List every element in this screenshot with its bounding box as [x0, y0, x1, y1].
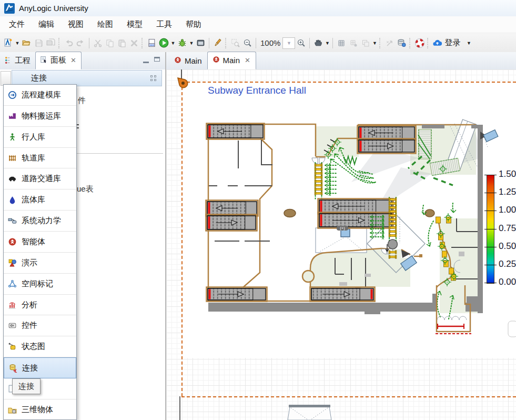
turnstile: [315, 187, 322, 191]
escalator: [310, 287, 375, 302]
palette-menu-item-rail[interactable]: 轨道库: [4, 148, 76, 169]
cloud-login-button[interactable]: 登录: [431, 38, 461, 48]
presentation-icon: [8, 258, 17, 267]
run-options-button[interactable]: ▼: [170, 41, 176, 46]
zoom-out-button[interactable]: [241, 37, 254, 49]
toolbar-separator: [225, 38, 228, 48]
undo-button[interactable]: [63, 37, 75, 49]
zoom-in-button[interactable]: [295, 37, 307, 49]
palette-collapse-button[interactable]: [1, 71, 11, 86]
paste-button[interactable]: [116, 37, 128, 49]
anylogic-logo-icon: [4, 3, 15, 14]
palette-menu-item-road-traffic[interactable]: 道路交通库: [4, 168, 76, 189]
turnstile: [315, 184, 322, 187]
toolbar-separator: [409, 38, 412, 48]
left-panel: 工程 面板 ✕ 连接 件 ue表: [0, 52, 166, 420]
palette-menu-item-material-handling[interactable]: 物料搬运库: [4, 106, 76, 127]
new-model-options-button[interactable]: ▼: [14, 41, 21, 46]
palette-menu-item-objects-3d[interactable]: 三维物体: [4, 399, 76, 420]
editor-tab-label: Main: [185, 56, 202, 65]
disconnect-button[interactable]: [383, 37, 396, 49]
editor-tab-main-1[interactable]: Main: [169, 53, 207, 69]
debug-button[interactable]: [176, 37, 188, 49]
controls-icon: [8, 321, 17, 330]
minimize-panel-icon[interactable]: [143, 57, 149, 63]
palette-menu-item-controls[interactable]: 控件: [4, 315, 76, 336]
redo-button[interactable]: [75, 37, 87, 49]
new-model-button[interactable]: [2, 37, 14, 49]
turnstile: [389, 206, 397, 209]
legend-tick-label: 1.25: [499, 187, 516, 197]
build-button[interactable]: [146, 37, 158, 49]
pedestrian-marker: [382, 235, 385, 239]
turnstile: [389, 234, 397, 237]
analysis-icon: [8, 301, 17, 309]
turnstile: [315, 179, 322, 183]
layout-grid-icon[interactable]: [150, 75, 157, 82]
palette-menu-item-pedestrian[interactable]: 行人库: [4, 127, 76, 148]
help-button[interactable]: [413, 37, 426, 49]
pedestrian-marker: [329, 167, 331, 172]
turnstile: [389, 222, 397, 225]
tab-close-icon[interactable]: ✕: [245, 56, 250, 64]
run-button[interactable]: [158, 37, 170, 49]
menu-item-1[interactable]: 编辑: [32, 17, 61, 32]
zoom-level-dropdown[interactable]: ▼: [282, 37, 295, 49]
menu-item-4[interactable]: 模型: [120, 17, 149, 32]
currency-button[interactable]: [396, 37, 408, 49]
palette-menu-item-agent[interactable]: 智能体: [4, 232, 76, 253]
debug-options-button[interactable]: ▼: [188, 41, 195, 46]
presentation-screen-button[interactable]: [195, 37, 207, 49]
escalator: [207, 287, 267, 302]
editor-tab-main-2[interactable]: Main ✕: [207, 52, 256, 69]
editor-tab-label: Main: [223, 56, 240, 65]
palette-item-fragment: ue表: [77, 184, 94, 194]
menu-item-5[interactable]: 工具: [149, 17, 179, 32]
save-all-button[interactable]: [45, 37, 57, 49]
palette-menu-item-presentation[interactable]: 演示: [4, 253, 76, 274]
legend-tick-label: 1.00: [499, 205, 516, 215]
pan-button[interactable]: [312, 37, 324, 49]
copy-button[interactable]: [104, 37, 116, 49]
toolbar: ▼ ▼ ▼ 100% ▼ ▼ ▼ 登录 ▼: [0, 33, 516, 53]
palette-menu-item-connectivity[interactable]: 连接: [4, 357, 76, 378]
pedestrian-marker: [329, 179, 331, 184]
tab-projects[interactable]: 工程: [0, 53, 35, 69]
pan-options-button[interactable]: ▼: [324, 41, 330, 46]
turnstile: [389, 198, 397, 201]
agent-icon: [174, 56, 181, 65]
menu-item-2[interactable]: 视图: [61, 17, 90, 32]
palette-menu-item-space-markup[interactable]: 空间标记: [4, 274, 76, 295]
tab-palette[interactable]: 面板 ✕: [35, 52, 82, 69]
arrange-button[interactable]: [359, 37, 371, 49]
turnstile: [389, 218, 397, 221]
zoom-to-selection-button[interactable]: [229, 37, 241, 49]
model-canvas[interactable]: Subway Entrance Hall: [166, 69, 516, 420]
ticket-machine: [444, 261, 449, 267]
login-options-button[interactable]: ▼: [466, 41, 472, 46]
ticket-machine: [449, 268, 454, 274]
palette-menu-item-analysis[interactable]: 分析: [4, 295, 76, 316]
paint-style-button[interactable]: [211, 37, 224, 49]
cut-button[interactable]: [92, 37, 104, 49]
menu-item-6[interactable]: 帮助: [179, 17, 208, 32]
tab-close-icon[interactable]: ✕: [70, 56, 76, 64]
toolbar-separator: [256, 38, 256, 48]
palette-menu-item-process-modeling[interactable]: 流程建模库: [4, 85, 76, 106]
save-button[interactable]: [33, 37, 45, 49]
menu-item-0[interactable]: 文件: [2, 17, 32, 32]
projects-icon: [4, 56, 12, 66]
open-button[interactable]: [21, 37, 33, 49]
arrange-options-button[interactable]: ▼: [371, 41, 378, 46]
palette-menu-item-system-dynamics[interactable]: 系统动力学: [4, 211, 76, 232]
maximize-panel-icon[interactable]: [154, 57, 160, 62]
menu-item-3[interactable]: 绘图: [90, 17, 120, 32]
turnstile: [315, 192, 322, 195]
palette-menu-item-statechart[interactable]: 状态图: [4, 336, 76, 357]
snap-to-grid-button[interactable]: [347, 37, 359, 49]
delete-button[interactable]: [128, 37, 140, 49]
legend-tick-label: 0.50: [499, 241, 516, 252]
grid-button[interactable]: [335, 37, 347, 49]
palette-menu-item-fluid[interactable]: 流体库: [4, 189, 76, 211]
pedestrian-marker: [329, 175, 331, 180]
